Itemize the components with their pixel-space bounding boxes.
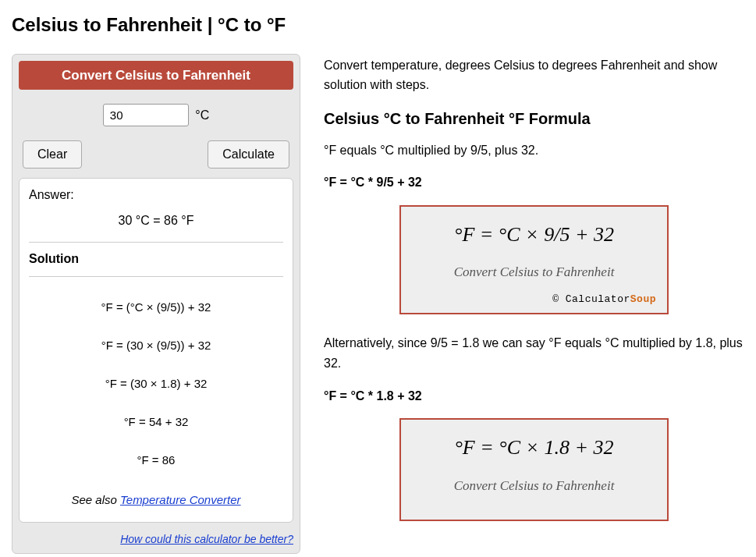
page-title: Celsius to Fahrenheit | °C to °F <box>12 12 744 38</box>
solution-step: °F = (°C × (9/5)) + 32 <box>29 299 283 315</box>
see-also: See also Temperature Converter <box>29 491 283 508</box>
calculator-header: Convert Celsius to Fahrenheit <box>19 61 293 90</box>
solution-step: °F = (30 × (9/5)) + 32 <box>29 337 283 353</box>
formula-card-sub: Convert Celsius to Fahrenheit <box>412 477 656 495</box>
intro-text: Convert temperature, degrees Celsius to … <box>324 55 744 95</box>
calculator-panel: Convert Celsius to Fahrenheit °C Clear C… <box>12 54 300 555</box>
formula-heading: Celsius °C to Fahrenheit °F Formula <box>324 108 744 129</box>
solution-step: °F = (30 × 1.8) + 32 <box>29 375 283 392</box>
clear-button[interactable]: Clear <box>23 140 82 169</box>
formula-card-main: °F = °C × 9/5 + 32 <box>412 221 656 249</box>
formula-card-2: °F = °C × 1.8 + 32 Convert Celsius to Fa… <box>399 418 669 521</box>
solution-step: °F = 86 <box>29 452 283 468</box>
feedback-link[interactable]: How could this calculator be better? <box>120 533 293 545</box>
celsius-input[interactable] <box>103 104 189 126</box>
formula-eq-1: °F = °C * 9/5 + 32 <box>324 172 744 193</box>
main-content: Convert temperature, degrees Celsius to … <box>324 54 744 541</box>
answer-box: Answer: 30 °C = 86 °F Solution °F = (°C … <box>19 178 293 522</box>
answer-label: Answer: <box>29 186 283 204</box>
temperature-converter-link[interactable]: Temperature Converter <box>120 493 241 506</box>
formula-desc-1: °F equals °C multiplied by 9/5, plus 32. <box>324 140 744 161</box>
formula-desc-2: Alternatively, since 9/5 = 1.8 we can sa… <box>324 333 744 373</box>
solution-step: °F = 54 + 32 <box>29 413 283 430</box>
unit-label: °C <box>195 108 209 122</box>
formula-eq-2: °F = °C * 1.8 + 32 <box>324 386 744 406</box>
calculate-button[interactable]: Calculate <box>208 140 289 169</box>
solution-label: Solution <box>29 250 283 268</box>
formula-card-main: °F = °C × 1.8 + 32 <box>412 434 656 462</box>
answer-value: 30 °C = 86 °F <box>29 209 283 237</box>
formula-card-sub: Convert Celsius to Fahrenheit <box>412 263 656 282</box>
formula-card-1: °F = °C × 9/5 + 32 Convert Celsius to Fa… <box>399 205 669 314</box>
brand-label: © CalculatorSoup <box>412 293 656 307</box>
